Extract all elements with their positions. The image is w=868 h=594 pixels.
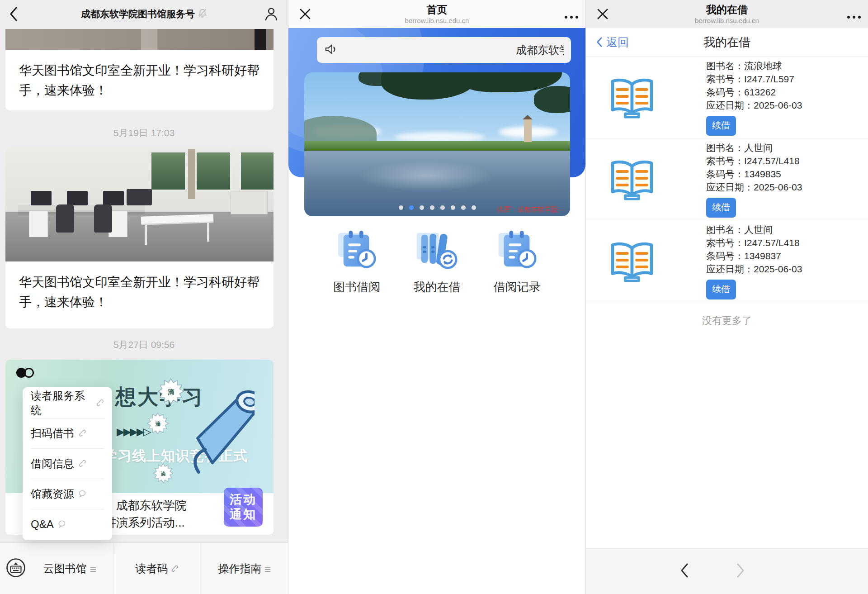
browser-navigation-bar [586, 548, 868, 594]
starburst-icon: 滴 [157, 378, 184, 407]
back-link[interactable]: 返回 [596, 35, 629, 50]
books-refresh-icon [417, 228, 458, 273]
starburst-icon: 滴 [146, 412, 169, 437]
nav-back-icon[interactable] [678, 562, 690, 581]
account-popup-menu: 读者服务系统 扫码借书 借阅信息 馆藏资源 [23, 387, 112, 540]
webview-header: 首页 borrow.lib.nsu.edu.cn [288, 0, 585, 28]
action-label: 借阅记录 [494, 279, 541, 295]
toolbar-item-guide[interactable]: 操作指南 [201, 543, 288, 594]
account-menu-toolbar: 云图书馆 读者码 操作指南 [0, 542, 288, 594]
renew-button[interactable]: 续借 [706, 280, 736, 299]
no-more-label: 没有更多了 [586, 314, 868, 328]
page-title: 首页 [405, 5, 469, 15]
activity-notice-badge: 活动 通知 [224, 488, 263, 527]
bubble-icon [58, 518, 66, 531]
loans-page-title: 我的在借 [703, 34, 750, 50]
wechat-header: 成都东软学院图书馆服务号 [0, 0, 288, 28]
book-barcode: 条码号：1349835 [706, 167, 802, 181]
carousel-dot[interactable] [430, 205, 434, 210]
announcement-bar[interactable]: 成都东软学 [317, 37, 571, 63]
more-options-icon[interactable] [846, 13, 862, 21]
book-barcode: 条码号：1349837 [706, 249, 802, 262]
loans-subheader: 返回 我的在借 [586, 28, 868, 57]
announcement-text: 成都东软学 [516, 43, 564, 57]
article-2-title: 华天图书馆文印室全新开业！学习科研好帮手，速来体验！ [5, 261, 274, 312]
svg-text:滴: 滴 [167, 388, 174, 395]
link-icon [96, 397, 104, 409]
article-card-2[interactable]: 华天图书馆文印室全新开业！学习科研好帮手，速来体验！ [5, 147, 274, 328]
book-name: 图书名：人世间 [706, 223, 802, 236]
quick-actions: 图书借阅 [288, 228, 585, 295]
open-book-icon [607, 153, 657, 205]
page-url: borrow.lib.nsu.edu.cn [405, 17, 469, 24]
toolbar-item-reader-code[interactable]: 读者码 [113, 543, 200, 594]
carousel-dot[interactable] [472, 205, 476, 210]
action-my-loans[interactable]: 我的在借 [414, 228, 461, 295]
article-2-image [5, 147, 274, 261]
article-card-1[interactable]: 华天图书馆文印室全新开业！学习科研好帮手，速来体验！ [5, 29, 274, 110]
banner-arrows: ▶▶▶▶▷ [117, 426, 150, 438]
book-due-date: 应还日期：2025-06-03 [706, 262, 802, 276]
webview-home-panel: 首页 borrow.lib.nsu.edu.cn 成都东软学 [288, 0, 585, 594]
banner-circles-decoration [16, 368, 34, 378]
renew-button[interactable]: 续借 [706, 198, 736, 218]
carousel-dot[interactable] [420, 205, 424, 210]
carousel-dot[interactable] [440, 205, 445, 210]
timestamp: 5月27日 09:56 [0, 338, 288, 351]
carousel-dot[interactable] [399, 205, 403, 210]
menu-lines-icon [90, 562, 96, 575]
link-icon [78, 427, 86, 440]
more-options-icon[interactable] [564, 13, 579, 21]
speaker-icon [324, 43, 337, 57]
page-url: borrow.lib.nsu.edu.cn [695, 17, 759, 24]
starburst-icon: 滴 [153, 463, 174, 485]
book-due-date: 应还日期：2025-06-03 [706, 181, 802, 194]
carousel-dot-active[interactable] [409, 205, 414, 210]
book-call-number: 索书号：I247.7/L597 [706, 72, 802, 86]
webview-header: 我的在借 borrow.lib.nsu.edu.cn [586, 0, 868, 28]
webview-loans-panel: 我的在借 borrow.lib.nsu.edu.cn 返回 我的在借 [585, 0, 868, 594]
loans-list: 图书名：流浪地球 索书号：I247.7/L597 条码号：613262 应还日期… [586, 57, 868, 302]
book-name: 图书名：人世间 [706, 141, 802, 154]
close-icon[interactable] [299, 8, 311, 22]
svg-text:滴: 滴 [155, 421, 160, 427]
menu-item-borrow-info[interactable]: 借阅信息 [23, 449, 112, 479]
page-title: 我的在借 [695, 5, 759, 15]
menu-item-scan-borrow[interactable]: 扫码借书 [23, 418, 112, 448]
nav-forward-icon[interactable] [735, 562, 747, 581]
loan-item-1: 图书名：流浪地球 索书号：I247.7/L597 条码号：613262 应还日期… [586, 57, 868, 138]
bubble-icon [78, 488, 86, 500]
menu-item-reader-service[interactable]: 读者服务系统 [23, 388, 112, 418]
book-call-number: 索书号：I247.57/L418 [706, 236, 802, 249]
action-borrow-history[interactable]: 借阅记录 [494, 228, 541, 295]
close-icon[interactable] [597, 8, 609, 22]
carousel-dot[interactable] [451, 205, 455, 210]
book-due-date: 应还日期：2025-06-03 [706, 99, 802, 112]
screenshot-root: 成都东软学院图书馆服务号 华天图书馆文印室全新开业！学习 [0, 0, 868, 594]
open-book-icon [607, 71, 657, 124]
toolbar-item-cloud-library[interactable]: 云图书馆 [26, 543, 113, 594]
book-name: 图书名：流浪地球 [706, 59, 802, 72]
campus-photo-carousel[interactable]: 供图：成都东软学院··· [304, 72, 570, 216]
renew-button[interactable]: 续借 [706, 116, 736, 136]
link-icon [171, 562, 179, 575]
action-label: 我的在借 [414, 279, 461, 295]
article-1-image [5, 29, 274, 50]
book-call-number: 索书号：I247.57/L418 [706, 154, 802, 167]
menu-item-qa[interactable]: Q&A [23, 509, 112, 539]
profile-icon[interactable] [264, 7, 278, 23]
svg-text:滴: 滴 [160, 471, 166, 476]
action-book-borrow[interactable]: 图书借阅 [333, 228, 380, 295]
wechat-chat-panel: 成都东软学院图书馆服务号 华天图书馆文印室全新开业！学习 [0, 0, 288, 594]
bell-muted-icon [198, 8, 207, 20]
loan-item-2: 图书名：人世间 索书号：I247.57/L418 条码号：1349835 应还日… [586, 138, 868, 220]
clipboard-clock-icon [498, 228, 537, 273]
menu-item-collection[interactable]: 馆藏资源 [23, 479, 112, 509]
clipboard-clock-icon [337, 228, 376, 273]
action-label: 图书借阅 [333, 279, 380, 295]
book-barcode: 条码号：613262 [706, 86, 802, 99]
link-icon [78, 457, 86, 470]
chat-feed: 华天图书馆文印室全新开业！学习科研好帮手，速来体验！ 5月19日 17:03 华… [0, 28, 288, 543]
carousel-dot[interactable] [461, 205, 466, 210]
keyboard-toggle-icon[interactable] [5, 557, 26, 580]
